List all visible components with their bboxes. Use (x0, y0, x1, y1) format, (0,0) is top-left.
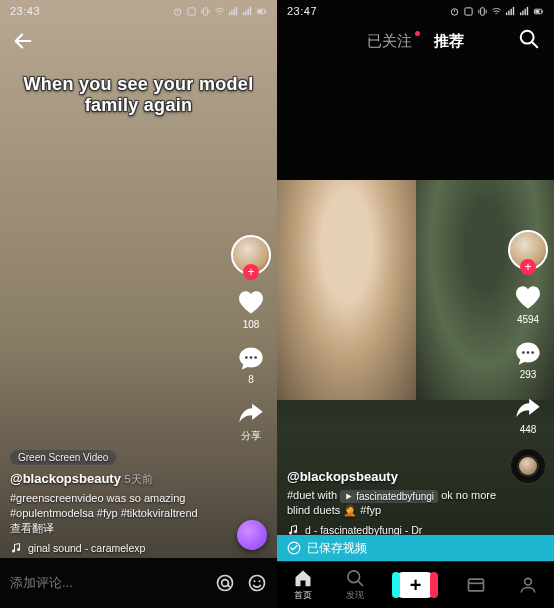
nav-create[interactable]: + (396, 572, 434, 598)
action-rail: + 4594 293 448 (508, 230, 548, 483)
follow-plus-icon[interactable]: + (243, 264, 259, 280)
nav-home-label: 首页 (294, 589, 312, 602)
svg-rect-35 (511, 8, 512, 14)
nav-home[interactable]: 首页 (293, 568, 313, 602)
arrow-left-icon (12, 30, 34, 52)
svg-point-22 (218, 576, 233, 591)
avatar-icon: + (231, 235, 271, 275)
sound-row[interactable]: ginal sound - caramelexp (10, 542, 221, 554)
svg-rect-36 (513, 6, 514, 14)
video-description[interactable]: #duet with fascinatedbyfungi ok no more … (287, 488, 498, 518)
svg-point-27 (451, 8, 457, 14)
status-icons (172, 6, 267, 17)
nav-profile[interactable] (518, 575, 538, 595)
svg-point-55 (525, 578, 532, 585)
svg-rect-8 (234, 8, 235, 14)
status-bar: 23:47 (277, 0, 554, 22)
tab-following[interactable]: 已关注 (367, 32, 412, 51)
comment-button[interactable]: 8 (237, 344, 265, 385)
alarm-icon (449, 6, 460, 17)
alarm-icon (172, 6, 183, 17)
share-label: 分享 (241, 429, 261, 443)
svg-rect-9 (236, 6, 237, 14)
plus-icon: + (410, 575, 422, 595)
share-icon (237, 399, 265, 427)
avatar-icon: + (508, 230, 548, 270)
sound-name: ginal sound - caramelexp (28, 542, 145, 554)
nfc-icon (186, 6, 197, 17)
comment-input[interactable]: 添加评论... (10, 574, 203, 592)
status-icons (449, 6, 544, 17)
comment-count: 293 (520, 369, 537, 380)
author-handle-text: @blackopsbeauty (10, 471, 121, 486)
share-button[interactable]: 分享 (237, 399, 265, 443)
like-button[interactable]: 4594 (514, 284, 542, 325)
like-count: 4594 (517, 314, 539, 325)
battery-icon (533, 6, 544, 17)
svg-point-25 (254, 580, 256, 582)
svg-point-50 (294, 530, 297, 533)
mention-icon[interactable] (215, 573, 235, 593)
bottom-nav: 首页 发现 + (277, 562, 554, 608)
svg-rect-38 (522, 10, 523, 15)
saved-banner[interactable]: 已保存视频 (277, 535, 554, 561)
action-rail: + 108 8 分享 (231, 235, 271, 443)
svg-rect-34 (508, 10, 509, 15)
video-description[interactable]: #greenscreenvideo was so amazing #opulen… (10, 491, 221, 521)
desc-pre: #duet with (287, 489, 337, 501)
share-button[interactable]: 448 (514, 394, 542, 435)
emoji-icon[interactable] (247, 573, 267, 593)
svg-point-46 (522, 351, 525, 354)
play-icon (344, 492, 353, 501)
sound-disc[interactable] (511, 449, 545, 483)
home-icon (293, 568, 313, 588)
svg-rect-2 (188, 7, 195, 14)
svg-rect-10 (243, 12, 244, 15)
comment-button[interactable]: 293 (514, 339, 542, 380)
svg-rect-6 (229, 12, 230, 15)
post-age: 5天前 (125, 473, 153, 485)
duet-with-pill[interactable]: fascinatedbyfungi (340, 490, 438, 504)
svg-rect-33 (506, 12, 507, 15)
vibrate-icon (200, 6, 211, 17)
svg-rect-43 (542, 10, 543, 12)
screenshot-stage: 23:43 When you see your model family aga… (0, 0, 554, 608)
nav-discover[interactable]: 发现 (345, 568, 365, 602)
status-time: 23:47 (287, 5, 317, 17)
status-time: 23:43 (10, 5, 40, 17)
svg-rect-11 (245, 10, 246, 15)
svg-point-26 (259, 580, 261, 582)
author-avatar-button[interactable]: + (508, 230, 548, 270)
effects-fab[interactable] (237, 520, 267, 550)
inbox-icon (466, 575, 486, 595)
back-button[interactable] (12, 30, 34, 56)
svg-rect-37 (520, 12, 521, 15)
tab-recommend[interactable]: 推荐 (434, 32, 464, 51)
author-avatar-button[interactable]: + (231, 235, 271, 275)
nav-discover-label: 发现 (346, 589, 364, 602)
video-caption-overlay: When you see your model family again (0, 74, 277, 116)
saved-banner-text: 已保存视频 (307, 540, 367, 557)
svg-point-47 (527, 351, 530, 354)
signal-icon (505, 6, 516, 17)
follow-plus-icon[interactable]: + (520, 259, 536, 275)
like-button[interactable]: 108 (237, 289, 265, 330)
author-handle[interactable]: @blackopsbeauty (287, 469, 498, 484)
svg-point-21 (17, 548, 20, 551)
author-handle[interactable]: @blackopsbeauty 5天前 (10, 471, 221, 487)
phone-right: 23:47 已关注 推荐 (277, 0, 554, 608)
nfc-icon (463, 6, 474, 17)
svg-point-44 (521, 31, 534, 44)
search-button[interactable] (518, 28, 540, 54)
translate-hint[interactable]: 查看翻译 (10, 521, 221, 536)
svg-rect-3 (204, 7, 208, 14)
nav-inbox[interactable] (466, 575, 486, 595)
search-icon (518, 28, 540, 50)
svg-point-20 (12, 550, 15, 553)
effect-pill[interactable]: Green Screen Video (10, 450, 116, 465)
status-bar: 23:43 (0, 0, 277, 22)
svg-rect-39 (525, 8, 526, 14)
tab-recommend-label: 推荐 (434, 32, 464, 49)
svg-point-23 (222, 580, 229, 587)
svg-rect-12 (248, 8, 249, 14)
